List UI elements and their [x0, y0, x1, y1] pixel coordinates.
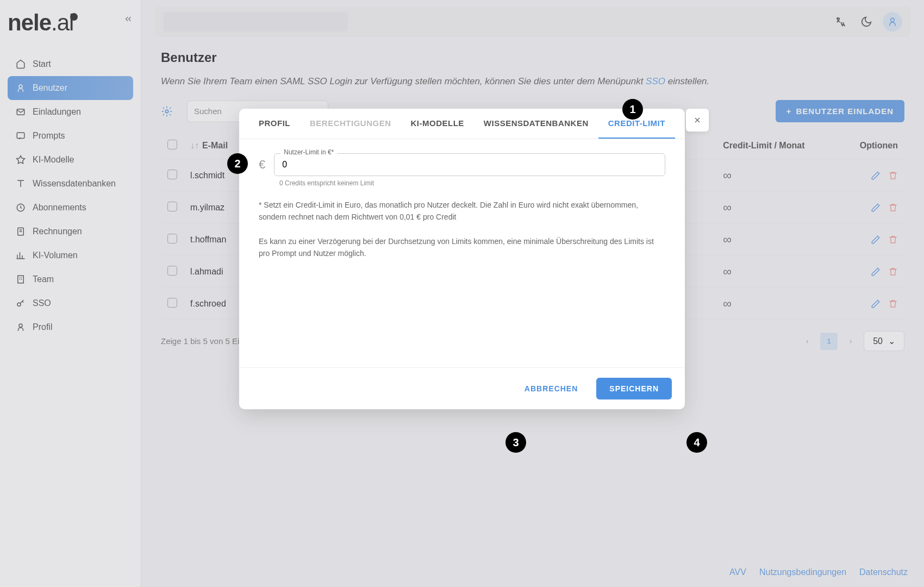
- helper-text: 0 Credits entspricht keinem Limit: [279, 179, 665, 187]
- annotation-badge-4: 4: [686, 432, 707, 453]
- tab-profil[interactable]: PROFIL: [249, 109, 300, 139]
- save-button[interactable]: SPEICHERN: [596, 378, 672, 399]
- tab-berechtigungen[interactable]: BERECHTIGUNGEN: [300, 109, 401, 139]
- annotation-badge-1: 1: [622, 99, 643, 120]
- tab-wissensdatenbanken[interactable]: WISSENSDATENBANKEN: [474, 109, 598, 139]
- close-icon: [693, 116, 702, 124]
- info-text-1: * Setzt ein Credit-Limit in Euro, das mo…: [259, 199, 665, 223]
- input-label: Nutzer-Limit in €*: [280, 148, 337, 156]
- credit-limit-modal: PROFIL BERECHTIGUNGEN KI-MODELLE WISSENS…: [239, 109, 685, 409]
- cancel-button[interactable]: ABBRECHEN: [514, 378, 589, 399]
- annotation-badge-3: 3: [505, 432, 526, 453]
- annotation-badge-2: 2: [227, 153, 248, 174]
- tab-ki-modelle[interactable]: KI-MODELLE: [401, 109, 474, 139]
- close-modal-button[interactable]: [686, 109, 709, 132]
- euro-icon: €: [259, 158, 265, 172]
- credit-limit-input[interactable]: [274, 153, 665, 176]
- info-text-2: Es kann zu einer Verzögerung bei der Dur…: [259, 235, 665, 260]
